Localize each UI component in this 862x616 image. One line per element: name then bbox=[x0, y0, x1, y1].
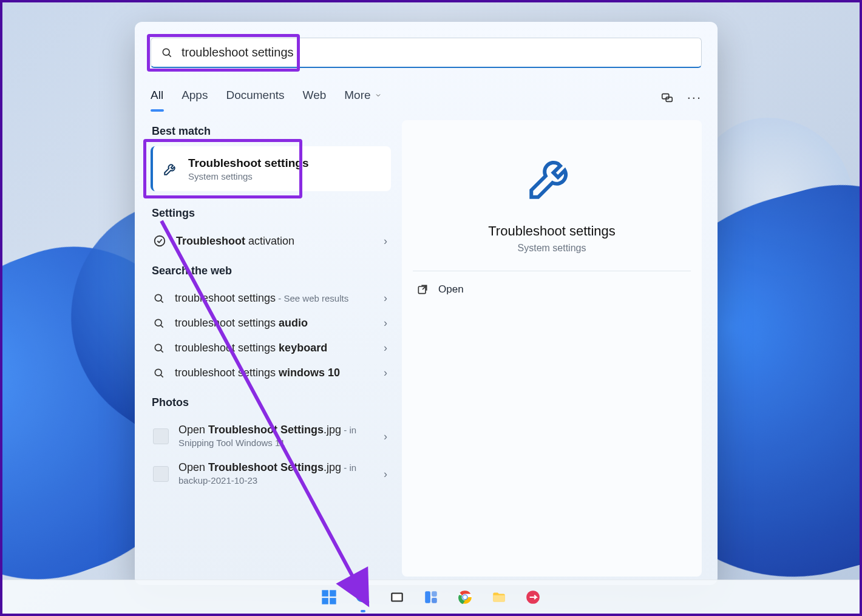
tab-apps[interactable]: Apps bbox=[182, 86, 208, 109]
svg-line-6 bbox=[161, 300, 163, 302]
check-circle-icon bbox=[153, 234, 166, 248]
widgets-button[interactable] bbox=[418, 584, 444, 610]
taskbar-app-generic[interactable] bbox=[520, 584, 546, 610]
search-icon bbox=[153, 342, 165, 354]
search-icon bbox=[355, 589, 372, 606]
image-thumbnail bbox=[153, 466, 169, 482]
svg-rect-25 bbox=[432, 598, 437, 603]
results-column: Best match Troubleshoot settings System … bbox=[135, 120, 396, 577]
feedback-icon[interactable] bbox=[660, 91, 674, 104]
image-thumbnail bbox=[153, 428, 169, 444]
svg-point-19 bbox=[357, 591, 367, 601]
tab-more-label: More bbox=[344, 89, 370, 102]
wrench-icon bbox=[524, 149, 579, 206]
preview-subtitle: System settings bbox=[518, 243, 586, 254]
svg-point-28 bbox=[463, 595, 467, 599]
divider bbox=[413, 271, 691, 271]
search-icon bbox=[153, 317, 165, 330]
svg-line-12 bbox=[161, 374, 163, 377]
tab-more[interactable]: More bbox=[344, 86, 381, 109]
chevron-right-icon: › bbox=[384, 342, 387, 354]
section-settings: Settings bbox=[152, 207, 396, 220]
open-button[interactable]: Open bbox=[413, 277, 691, 302]
folder-icon bbox=[491, 589, 507, 605]
open-icon bbox=[416, 283, 429, 296]
preview-title: Troubleshoot settings bbox=[488, 223, 616, 239]
chevron-right-icon: › bbox=[384, 468, 387, 481]
result-label: troubleshoot settings keyboard bbox=[175, 342, 327, 354]
taskbar-app-explorer[interactable] bbox=[486, 584, 512, 610]
chevron-right-icon: › bbox=[384, 235, 387, 248]
section-photos: Photos bbox=[152, 396, 396, 409]
result-label: troubleshoot settings - See web results bbox=[175, 292, 348, 305]
start-button[interactable] bbox=[316, 584, 342, 610]
widgets-icon bbox=[423, 589, 439, 605]
chevron-down-icon bbox=[375, 92, 382, 99]
filter-tabs: All Apps Documents Web More ··· bbox=[151, 86, 702, 109]
svg-rect-22 bbox=[392, 594, 401, 600]
settings-result[interactable]: Troubleshoot activation › bbox=[151, 228, 391, 254]
photo-result[interactable]: Open Troubleshoot Settings.jpg - in back… bbox=[151, 455, 391, 493]
svg-rect-23 bbox=[425, 591, 430, 603]
web-result[interactable]: troubleshoot settings keyboard › bbox=[151, 336, 391, 360]
result-label: Open Troubleshoot Settings.jpg - in back… bbox=[178, 461, 384, 487]
svg-rect-16 bbox=[330, 590, 336, 597]
web-result[interactable]: troubleshoot settings audio › bbox=[151, 311, 391, 336]
chevron-right-icon: › bbox=[384, 367, 387, 379]
svg-line-20 bbox=[365, 600, 368, 603]
open-label: Open bbox=[438, 283, 464, 296]
svg-point-4 bbox=[155, 236, 165, 246]
svg-rect-24 bbox=[432, 591, 437, 597]
section-search-web: Search the web bbox=[152, 265, 396, 277]
circle-app-icon bbox=[525, 589, 541, 605]
tab-documents[interactable]: Documents bbox=[226, 86, 284, 109]
task-view-icon bbox=[389, 589, 405, 605]
result-label: troubleshoot settings audio bbox=[175, 317, 308, 330]
taskbar-app-chrome[interactable] bbox=[452, 584, 478, 610]
windows-logo-icon bbox=[321, 589, 338, 606]
result-label: troubleshoot settings windows 10 bbox=[175, 367, 340, 379]
svg-rect-15 bbox=[322, 590, 328, 597]
photo-result[interactable]: Open Troubleshoot Settings.jpg - in Snip… bbox=[151, 418, 391, 455]
chevron-right-icon: › bbox=[384, 317, 387, 330]
svg-rect-18 bbox=[330, 598, 336, 604]
svg-line-10 bbox=[161, 350, 163, 352]
result-label: Troubleshoot activation bbox=[176, 235, 294, 248]
search-icon bbox=[153, 293, 165, 305]
search-icon bbox=[153, 367, 165, 379]
annotation-highlight-search bbox=[147, 34, 300, 72]
svg-rect-17 bbox=[322, 598, 328, 604]
tab-web[interactable]: Web bbox=[303, 86, 327, 109]
annotation-highlight-best-match bbox=[143, 139, 302, 198]
chevron-right-icon: › bbox=[384, 292, 387, 305]
task-view-button[interactable] bbox=[384, 584, 410, 610]
svg-rect-2 bbox=[662, 94, 668, 99]
taskbar bbox=[2, 580, 860, 614]
svg-line-8 bbox=[161, 325, 163, 327]
chevron-right-icon: › bbox=[384, 430, 387, 443]
section-best-match: Best match bbox=[152, 125, 396, 138]
more-options-icon[interactable]: ··· bbox=[687, 90, 702, 106]
web-result[interactable]: troubleshoot settings windows 10 › bbox=[151, 360, 391, 385]
tab-all[interactable]: All bbox=[151, 86, 163, 109]
chrome-icon bbox=[457, 589, 473, 605]
result-label: Open Troubleshoot Settings.jpg - in Snip… bbox=[178, 424, 384, 449]
search-panel: troubleshoot settings All Apps Documents… bbox=[135, 22, 718, 585]
preview-pane: Troubleshoot settings System settings Op… bbox=[402, 120, 702, 577]
taskbar-search-button[interactable] bbox=[350, 584, 376, 610]
web-result[interactable]: troubleshoot settings - See web results … bbox=[151, 286, 391, 311]
